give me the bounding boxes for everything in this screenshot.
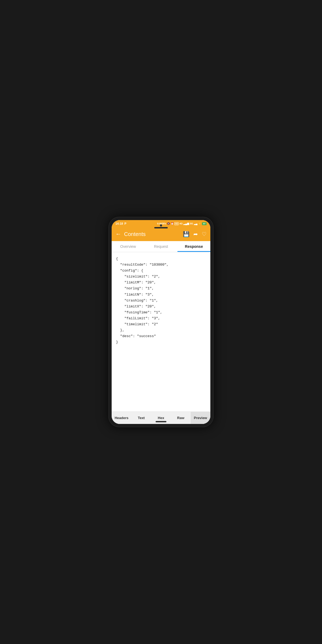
signal2-icon: ▂▄: [194, 222, 197, 225]
hd-icon: HD: [174, 222, 179, 225]
favorite-icon[interactable]: ♡: [202, 231, 207, 237]
charge-icon: ⚡: [198, 222, 201, 225]
bottom-tab-raw[interactable]: Raw: [171, 412, 191, 424]
mute-icon: 🔇: [167, 222, 170, 225]
4g-icon: 4G: [179, 222, 183, 225]
bottom-tab-preview[interactable]: Preview: [191, 412, 210, 424]
nav-bar: ← Contents 💾 ➦ ♡: [112, 227, 210, 241]
tab-response[interactable]: Response: [177, 241, 210, 252]
tab-bar: Overview Request Response: [112, 241, 210, 252]
phone-frame: 14:18 P 0.0KB/s 🔇 ⏰ HD 4G ▂▄▆ 3G ▂▄ ⚡ 97…: [108, 217, 214, 427]
nav-icons: 💾 ➦ ♡: [183, 231, 207, 237]
battery-display: 97: [202, 222, 207, 225]
speaker: [154, 227, 168, 228]
p-indicator: P: [124, 222, 126, 225]
save-icon[interactable]: 💾: [183, 231, 190, 237]
3g-icon: 3G: [190, 222, 193, 225]
status-left: 14:18 P: [115, 222, 126, 225]
alarm-icon: ⏰: [171, 222, 174, 225]
home-button: [156, 421, 166, 422]
bottom-tab-headers[interactable]: Headers: [112, 412, 131, 424]
page-title: Contents: [124, 231, 180, 237]
back-button[interactable]: ←: [115, 231, 121, 238]
status-right: 0.0KB/s 🔇 ⏰ HD 4G ▂▄▆ 3G ▂▄ ⚡ 97: [157, 222, 207, 225]
time-display: 14:18: [115, 222, 123, 225]
phone-screen: 14:18 P 0.0KB/s 🔇 ⏰ HD 4G ▂▄▆ 3G ▂▄ ⚡ 97…: [112, 220, 210, 424]
camera: [160, 224, 162, 227]
tab-overview[interactable]: Overview: [112, 241, 145, 252]
signal-icon: ▂▄▆: [183, 222, 189, 225]
share-icon[interactable]: ➦: [193, 231, 198, 237]
tab-request[interactable]: Request: [145, 241, 177, 252]
response-content: { "resultCode": "103000", "config": { "s…: [112, 252, 210, 412]
bottom-tab-text[interactable]: Text: [131, 412, 151, 424]
